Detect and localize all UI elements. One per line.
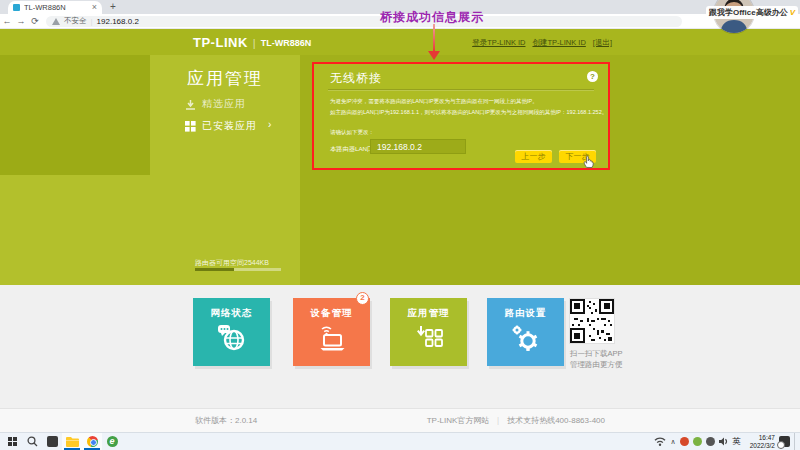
address-bar[interactable]: 不安全 | 192.168.0.2 (46, 16, 682, 27)
hand-cursor-icon (583, 154, 594, 172)
left-dark-strip (0, 55, 150, 175)
wifi-icon[interactable] (654, 437, 666, 446)
forward-icon[interactable]: → (14, 16, 28, 26)
tplink-logo: TP-LINK | TL-WR886N (193, 35, 311, 50)
volume-icon[interactable] (719, 437, 729, 446)
overlay-username: 跟我学Office高级办公 V (706, 6, 798, 19)
windows-taskbar: e ∧ 英 16:47 2022/3/2 (0, 432, 800, 450)
description-line: 为避免IP冲突，需要将本路由器的LAN口IP更改为与主路由器在同一网段上的其他I… (330, 96, 608, 107)
login-tplink-id-link[interactable]: 登录TP-LINK ID (472, 38, 525, 48)
chrome-icon (87, 436, 98, 447)
screen: TL-WR886N × + ← → ⟳ 不安全 | 192.168.0.2 跟我… (0, 0, 800, 450)
qr-caption-line2: 管理路由更方便 (570, 360, 623, 370)
security-label: 不安全 (64, 16, 87, 26)
not-secure-warning-icon (52, 18, 60, 25)
tile-router-settings[interactable]: 路由设置 (487, 298, 564, 366)
sidebar-item-installed-apps[interactable]: 已安装应用 (185, 119, 257, 133)
storage-progressbar (195, 268, 281, 271)
clock-time: 16:47 (745, 434, 775, 442)
gears-icon (487, 324, 564, 352)
tile-label: 设备管理 (293, 307, 370, 320)
confirm-line: 请确认如下更改： (330, 127, 608, 138)
sidebar-item-label: 精选应用 (202, 97, 246, 111)
show-desktop-button[interactable] (794, 433, 797, 450)
official-site-link[interactable]: TP-LINK官方网站 (427, 415, 490, 426)
router-page-header: TP-LINK | TL-WR886N 登录TP-LINK ID 创建TP-LI… (0, 29, 800, 55)
green-e-icon: e (107, 436, 118, 447)
annotation-arrow-icon (428, 24, 440, 60)
taskbar-app-button[interactable] (42, 433, 62, 450)
app-download-qr-code (570, 299, 614, 343)
description-line: 如主路由器的LAN口IP为192.168.1.1，则可以将本路由的LAN口IP更… (330, 107, 608, 118)
panel-title: 无线桥接 (330, 70, 382, 87)
model-text: TL-WR886N (261, 38, 312, 48)
action-center-icon[interactable] (779, 436, 790, 447)
tile-device-management[interactable]: 设备管理 2 (293, 298, 370, 366)
reload-icon[interactable]: ⟳ (28, 16, 42, 26)
new-tab-button[interactable]: + (110, 1, 116, 12)
tray-expand-icon[interactable]: ∧ (670, 438, 675, 446)
page-title: 应用管理 (150, 67, 300, 90)
laptop-wifi-icon (293, 324, 370, 351)
start-button[interactable] (2, 433, 22, 450)
logo-separator: | (253, 37, 256, 49)
create-tplink-id-link[interactable]: 创建TP-LINK ID (532, 38, 585, 48)
prev-step-button[interactable]: 上一步 (515, 150, 552, 163)
tray-green-icon[interactable] (693, 437, 702, 446)
sidebar-item-label: 已安装应用 (202, 119, 257, 133)
storage-progress-fill (195, 268, 234, 271)
taskbar-search-button[interactable] (22, 433, 42, 450)
tile-label: 网络状态 (193, 307, 270, 320)
globe-chat-icon (193, 324, 270, 352)
chevron-right-icon: › (268, 119, 271, 130)
tab-favicon-icon (13, 4, 20, 11)
sidebar-item-featured-apps[interactable]: 精选应用 (185, 97, 246, 111)
tab-close-icon[interactable]: × (92, 3, 97, 12)
ime-indicator[interactable]: 英 (733, 436, 742, 448)
notification-badge: 2 (356, 292, 369, 305)
taskbar-clock[interactable]: 16:47 2022/3/2 (745, 434, 775, 450)
software-version: 软件版本：2.0.14 (195, 415, 257, 426)
brand-text: TP-LINK (193, 35, 248, 50)
wireless-bridge-panel: 无线桥接 ? 为避免IP冲突，需要将本路由器的LAN口IP更改为与主路由器在同一… (312, 62, 610, 170)
quicknav-section: 网络状态 设备管理 (0, 285, 800, 408)
folder-icon (66, 436, 79, 447)
support-hotline: 技术支持热线400-8863-400 (507, 415, 605, 426)
apps-grid-icon (185, 121, 196, 132)
clock-date: 2022/3/2 (745, 442, 775, 450)
tray-globe-icon[interactable] (706, 437, 715, 446)
address-separator: | (91, 17, 93, 26)
windows-logo-icon (8, 437, 17, 446)
help-icon[interactable]: ? (587, 71, 598, 82)
recorder-button[interactable]: e (102, 433, 122, 450)
qr-caption-line1: 扫一扫下载APP (570, 349, 623, 359)
search-icon (27, 436, 38, 447)
tab-title: TL-WR886N (24, 3, 88, 12)
tile-app-management[interactable]: 应用管理 (390, 298, 467, 366)
tile-label: 应用管理 (390, 307, 467, 320)
file-explorer-button[interactable] (62, 433, 82, 450)
panel-divider (328, 89, 594, 90)
tile-label: 路由设置 (487, 307, 564, 320)
lan-ip-input[interactable] (370, 139, 466, 154)
logout-link[interactable]: [退出] (593, 38, 612, 48)
app-icon (47, 436, 58, 447)
tray-red-icon[interactable] (680, 437, 689, 446)
page-footer: 软件版本：2.0.14 TP-LINK官方网站 ｜ 技术支持热线400-8863… (0, 408, 800, 432)
url-text: 192.168.0.2 (97, 17, 139, 26)
panel-description: 为避免IP冲突，需要将本路由器的LAN口IP更改为与主路由器在同一网段上的其他I… (330, 96, 606, 142)
vip-badge-icon: V (790, 8, 795, 17)
chrome-button[interactable] (82, 433, 102, 450)
tile-network-status[interactable]: 网络状态 (193, 298, 270, 366)
browser-tab[interactable]: TL-WR886N × (8, 1, 102, 14)
apps-download-icon (390, 324, 467, 351)
page-body: 应用管理 精选应用 已安装应用 › 路由器可用空间2544KB 无线桥接 (0, 55, 800, 285)
download-icon (185, 99, 196, 110)
overlay-name-text: 跟我学Office高级办公 (709, 7, 788, 18)
storage-text: 路由器可用空间2544KB (195, 258, 269, 268)
footer-divider: ｜ (494, 415, 502, 426)
back-icon[interactable]: ← (0, 16, 14, 26)
